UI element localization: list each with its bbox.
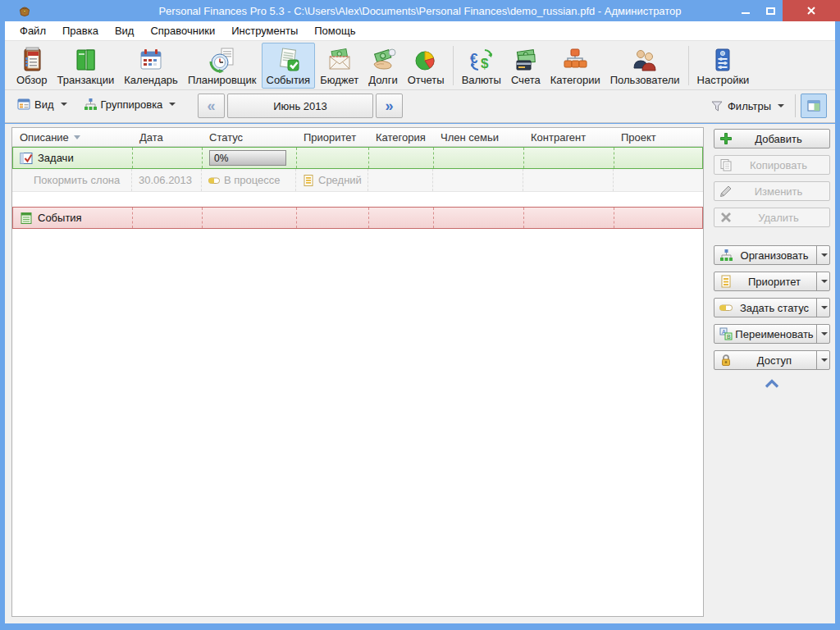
task-row-feed-elephant[interactable]: Покормить слона 30.06.2013 В процессе Ср… xyxy=(12,169,703,192)
close-button[interactable] xyxy=(783,0,840,21)
column-header-project[interactable]: Проект xyxy=(614,128,703,146)
priority-dropdown[interactable] xyxy=(816,272,829,290)
menu-references[interactable]: Справочники xyxy=(142,21,223,40)
grouping-label: Группировка xyxy=(101,98,163,111)
menu-file[interactable]: Файл xyxy=(11,21,54,40)
events-icon xyxy=(275,47,301,73)
organize-icon xyxy=(719,249,733,262)
toolbar-label: Настройки xyxy=(697,74,750,86)
toolbar-button-users[interactable]: Пользователи xyxy=(605,43,685,89)
sub-toolbar: Вид Группировка « Июнь 2013 » Фильтры xyxy=(5,90,835,123)
chevron-up-icon xyxy=(764,378,780,389)
organize-button[interactable]: Организовать xyxy=(714,245,830,265)
toolbar-button-settings[interactable]: Настройки xyxy=(692,43,755,89)
svg-text:$: $ xyxy=(481,56,489,71)
toolbar-button-planner[interactable]: Планировщик xyxy=(183,43,262,89)
tasks-progress-bar: 0% xyxy=(209,150,286,166)
minimize-icon xyxy=(742,12,750,14)
planner-icon xyxy=(209,47,235,73)
menu-edit[interactable]: Правка xyxy=(54,21,107,40)
view-label: Вид xyxy=(34,98,54,111)
toolbar-button-reports[interactable]: Отчеты xyxy=(403,43,450,89)
column-header-priority[interactable]: Приоритет xyxy=(296,128,368,146)
column-header-date[interactable]: Дата xyxy=(132,128,202,146)
panel-icon xyxy=(807,99,820,112)
view-button[interactable]: Вид xyxy=(11,94,73,115)
toolbar-button-categories[interactable]: Категории xyxy=(546,43,605,89)
menu-tools[interactable]: Инструменты xyxy=(223,21,306,40)
set-status-button[interactable]: Задать статус xyxy=(714,298,830,317)
organize-dropdown[interactable] xyxy=(816,246,829,264)
column-header-contractor[interactable]: Контрагент xyxy=(523,128,614,146)
status-icon xyxy=(719,301,733,314)
column-header-category[interactable]: Категория xyxy=(368,128,433,146)
toolbar-label: Календарь xyxy=(124,74,178,86)
delete-icon xyxy=(719,211,733,224)
toolbar-button-debts[interactable]: Долги xyxy=(363,43,402,89)
rename-button[interactable]: AB Переименовать xyxy=(714,324,830,344)
maximize-button[interactable] xyxy=(758,0,783,21)
budget-icon xyxy=(326,47,353,73)
chevron-down-icon xyxy=(821,332,828,339)
window-title: Personal Finances Pro 5.3 - C:\Users\Ale… xyxy=(0,5,840,17)
maximize-icon xyxy=(766,7,775,15)
rename-dropdown[interactable] xyxy=(816,325,829,343)
toolbar-button-overview[interactable]: Обзор xyxy=(11,43,52,89)
toolbar-separator xyxy=(688,46,689,85)
events-table: Описание Дата Статус Приоритет Категория… xyxy=(11,127,704,617)
delete-button[interactable]: Удалить xyxy=(714,208,830,227)
lock-icon xyxy=(719,354,733,367)
toolbar-button-calendar[interactable]: Календарь xyxy=(119,43,183,89)
toolbar-label: Обзор xyxy=(16,74,48,86)
toolbar-button-currencies[interactable]: €$ Валюты xyxy=(457,43,506,89)
toolbar-button-transactions[interactable]: Транзакции xyxy=(52,43,120,89)
menu-help[interactable]: Помощь xyxy=(306,21,363,40)
close-icon xyxy=(806,6,816,16)
group-spacer xyxy=(12,192,703,207)
calendar-icon xyxy=(138,47,164,73)
column-header-family-member[interactable]: Член семьи xyxy=(433,128,523,146)
toolbar-label: Планировщик xyxy=(188,74,257,86)
app-window: Personal Finances Pro 5.3 - C:\Users\Ale… xyxy=(0,0,840,630)
group-row-tasks[interactable]: Задачи 0% xyxy=(12,147,703,169)
column-header-status[interactable]: Статус xyxy=(202,128,296,146)
column-header-description[interactable]: Описание xyxy=(12,128,132,146)
tasks-group-icon xyxy=(20,152,33,165)
toolbar-label: Категории xyxy=(550,74,600,86)
chevron-down-icon xyxy=(821,280,828,286)
toolbar-button-accounts[interactable]: Счета xyxy=(506,43,546,89)
access-dropdown[interactable] xyxy=(816,351,829,369)
overview-icon xyxy=(19,47,45,73)
next-period-button[interactable]: » xyxy=(376,94,403,118)
grouping-button[interactable]: Группировка xyxy=(78,94,182,115)
svg-text:B: B xyxy=(727,334,731,340)
copy-button[interactable]: Копировать xyxy=(714,155,830,175)
toolbar-button-budget[interactable]: Бюджет xyxy=(315,43,363,89)
menu-view[interactable]: Вид xyxy=(107,21,143,40)
toolbar-button-events[interactable]: События xyxy=(262,43,316,89)
menubar: Файл Правка Вид Справочники Инструменты … xyxy=(5,21,835,41)
chevron-down-icon xyxy=(821,358,828,365)
toolbar-label: События xyxy=(267,74,311,86)
priority-button[interactable]: Приоритет xyxy=(714,272,830,291)
set-status-dropdown[interactable] xyxy=(816,299,829,317)
access-button[interactable]: Доступ xyxy=(714,350,830,370)
separator xyxy=(795,94,796,117)
prev-period-button[interactable]: « xyxy=(198,94,225,118)
add-button[interactable]: Добавить xyxy=(714,129,830,148)
status-pill-icon xyxy=(208,175,220,186)
minimize-button[interactable] xyxy=(733,0,758,21)
edit-button[interactable]: Изменить xyxy=(714,181,830,201)
view-icon xyxy=(17,98,30,111)
collapse-panel-button[interactable] xyxy=(714,378,830,389)
toolbar-label: Отчеты xyxy=(408,74,445,86)
toolbar-separator xyxy=(453,46,454,85)
task-date: 30.06.2013 xyxy=(139,174,192,186)
chevron-down-icon xyxy=(821,306,828,313)
group-row-events[interactable]: События xyxy=(12,207,703,229)
task-description: Покормить слона xyxy=(34,174,120,186)
period-button[interactable]: Июнь 2013 xyxy=(227,94,373,118)
side-panel-toggle-button[interactable] xyxy=(801,94,827,118)
filters-button[interactable]: Фильтры xyxy=(705,95,790,116)
filter-icon xyxy=(710,99,724,112)
